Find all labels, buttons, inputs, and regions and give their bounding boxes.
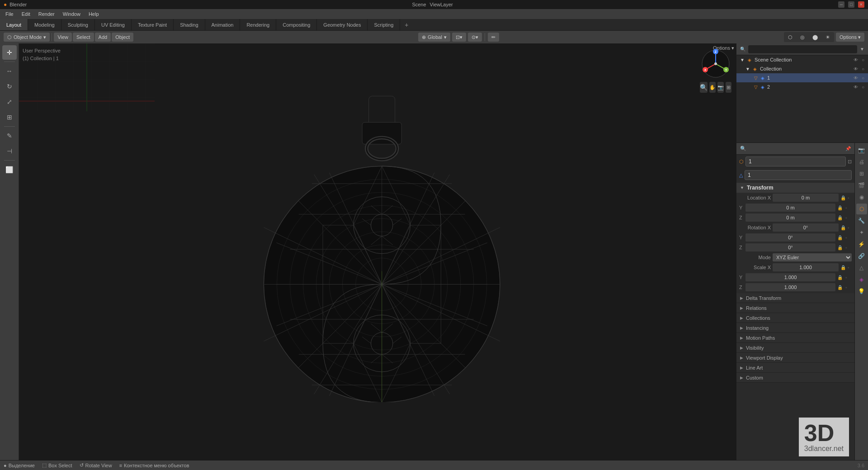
location-z-anim[interactable]: ◦ (845, 215, 852, 220)
transform-header[interactable]: Transform (736, 183, 854, 193)
menu-render[interactable]: Render (35, 10, 58, 18)
outliner-search[interactable] (748, 45, 857, 53)
outliner-filter-icon[interactable]: ▼ (860, 47, 864, 52)
tab-texture-paint[interactable]: Texture Paint (132, 19, 174, 30)
object-1-visibility[interactable]: 👁 (854, 76, 858, 81)
collection-item[interactable]: ▼ ◈ Collection 👁 ○ (736, 64, 868, 73)
add-workspace-button[interactable]: + (400, 19, 413, 30)
rotate-tool[interactable]: ↻ (2, 79, 17, 94)
options-button[interactable]: Options ▾ (836, 33, 864, 42)
instancing-section[interactable]: Instancing (736, 323, 854, 333)
custom-section[interactable]: Custom (736, 373, 854, 383)
tab-layout[interactable]: Layout (0, 19, 28, 30)
tab-uv-editing[interactable]: UV Editing (95, 19, 132, 30)
props-constraints-icon[interactable]: 🔗 (856, 251, 867, 261)
location-y-lock[interactable]: 🔒 (837, 205, 844, 210)
menu-edit[interactable]: Edit (18, 10, 34, 18)
props-material-icon[interactable]: ◈ (856, 274, 867, 285)
location-x-lock[interactable]: 🔒 (840, 195, 846, 200)
grid-button[interactable]: ⊞ (726, 82, 731, 93)
tab-scripting[interactable]: Scripting (368, 19, 400, 30)
object-2-visibility[interactable]: 👁 (854, 85, 858, 90)
props-pin-icon[interactable]: 📌 (845, 146, 851, 151)
scene-collection-visibility[interactable]: 👁 (854, 57, 858, 62)
tab-geometry-nodes[interactable]: Geometry Nodes (317, 19, 368, 30)
line-art-section[interactable]: Line Art (736, 363, 854, 373)
camera-button[interactable]: 📷 (717, 82, 724, 93)
props-scene-icon[interactable]: 🎬 (856, 180, 867, 191)
location-x-input[interactable] (773, 194, 839, 202)
cursor-tool[interactable]: ✛ (2, 45, 17, 60)
relations-section[interactable]: Relations (736, 303, 854, 313)
render-mode[interactable]: ☀ (822, 33, 834, 42)
visibility-section[interactable]: Visibility (736, 343, 854, 353)
scale-y-input[interactable] (745, 273, 835, 281)
props-data-icon[interactable]: △ (856, 262, 867, 273)
navigation-gizmo[interactable]: Z Y X 🔍 ✋ 📷 ⊞ (700, 48, 731, 80)
annotate-btn[interactable]: ✏ (488, 33, 499, 42)
props-viewlayer-icon[interactable]: ⊞ (856, 168, 867, 179)
object-name-input[interactable] (745, 157, 846, 166)
object-1-item[interactable]: ▽ ◈ 1 👁 ○ (736, 73, 868, 82)
annotate-tool[interactable]: ✎ (2, 128, 17, 143)
viewport-display-section[interactable]: Viewport Display (736, 353, 854, 363)
add-menu[interactable]: Add (95, 33, 111, 42)
measure-tool[interactable]: ⊣ (2, 144, 17, 158)
scene-collection-render[interactable]: ○ (862, 57, 864, 62)
menu-help[interactable]: Help (85, 10, 103, 18)
transform-global[interactable]: ⊕ Global ▾ (418, 33, 450, 42)
scale-x-lock[interactable]: 🔒 (840, 265, 846, 270)
object-data-input[interactable] (745, 170, 852, 180)
minimize-button[interactable]: ─ (838, 1, 844, 8)
scale-y-lock[interactable]: 🔒 (837, 275, 844, 280)
motion-paths-section[interactable]: Motion Paths (736, 333, 854, 343)
maximize-button[interactable]: □ (848, 1, 854, 8)
scale-z-anim[interactable]: ◦ (845, 285, 852, 290)
object-2-render[interactable]: ○ (862, 85, 864, 90)
rotation-x-anim[interactable]: ◦ (848, 225, 852, 230)
menu-file[interactable]: File (2, 10, 17, 18)
rotation-y-lock[interactable]: 🔒 (837, 235, 844, 240)
proportional-edit[interactable]: ⊙▾ (468, 33, 482, 42)
rotation-mode-select[interactable]: XYZ Euler (773, 253, 852, 261)
scale-z-lock[interactable]: 🔒 (837, 285, 844, 290)
scale-z-input[interactable] (745, 283, 835, 291)
select-menu[interactable]: Select (73, 33, 94, 42)
props-shading-icon[interactable]: 💡 (856, 286, 867, 297)
rotation-z-lock[interactable]: 🔒 (837, 245, 844, 250)
rotation-z-anim[interactable]: ◦ (845, 245, 852, 250)
rotation-x-lock[interactable]: 🔒 (840, 225, 846, 230)
hand-tool[interactable]: ✋ (709, 82, 716, 93)
props-render-icon[interactable]: 📷 (856, 145, 867, 156)
collection-render[interactable]: ○ (862, 66, 864, 71)
scene-collection-item[interactable]: ▼ ◈ Scene Collection 👁 ○ (736, 55, 868, 64)
location-y-input[interactable] (745, 204, 835, 212)
material-mode[interactable]: ⬤ (809, 33, 821, 42)
solid-mode[interactable]: ◎ (797, 33, 808, 42)
props-physics-icon[interactable]: ⚡ (856, 239, 867, 250)
object-menu[interactable]: Object (112, 33, 133, 42)
rotation-y-anim[interactable]: ◦ (845, 235, 852, 240)
props-modifier-icon[interactable]: 🔧 (856, 215, 867, 226)
rotation-x-input[interactable] (773, 223, 839, 232)
tab-animation[interactable]: Animation (205, 19, 241, 30)
tab-sculpting[interactable]: Sculpting (61, 19, 95, 30)
viewport[interactable]: User Perspective (1) Collection | 1 Opti… (19, 43, 736, 460)
scale-y-anim[interactable]: ◦ (845, 275, 852, 280)
menu-window[interactable]: Window (59, 10, 84, 18)
view-menu[interactable]: View (54, 33, 72, 42)
scale-x-anim[interactable]: ◦ (848, 265, 852, 270)
scale-x-input[interactable] (773, 263, 839, 271)
location-z-lock[interactable]: 🔒 (837, 215, 844, 220)
collection-visibility[interactable]: 👁 (854, 66, 858, 71)
add-cube-tool[interactable]: ⬜ (2, 162, 17, 177)
tab-modeling[interactable]: Modeling (28, 19, 61, 30)
move-tool[interactable]: ↔ (2, 64, 17, 78)
props-object-icon[interactable]: ⬡ (856, 204, 867, 214)
props-world-icon[interactable]: ◉ (856, 192, 867, 203)
object-1-render[interactable]: ○ (862, 76, 864, 81)
object-2-item[interactable]: ▽ ◈ 2 👁 ○ (736, 82, 868, 91)
rotation-y-input[interactable] (745, 233, 835, 242)
scale-tool[interactable]: ⤢ (2, 95, 17, 109)
object-name-extra[interactable]: ⊡ (848, 159, 852, 165)
